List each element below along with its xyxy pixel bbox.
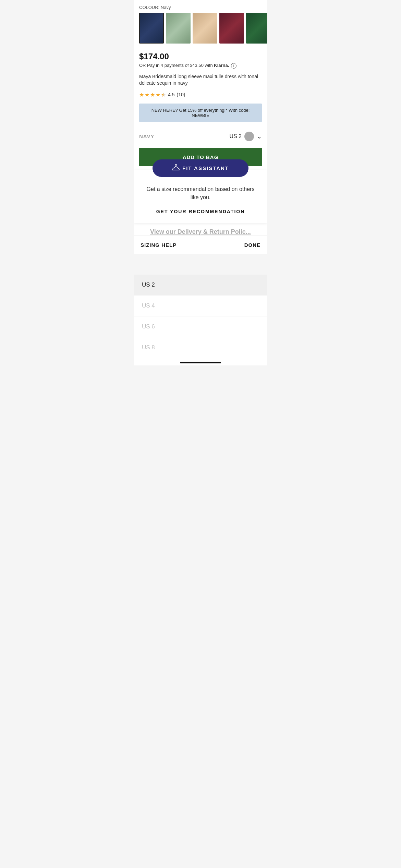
fit-assistant-card: Get a size recommendation based on other… (134, 170, 267, 223)
sizing-help-label: SIZING HELP (141, 242, 177, 248)
delivery-text[interactable]: View our Delivery & Return Polic... (134, 223, 267, 236)
star-rating[interactable]: ★ ★ ★ ★ ★★ (139, 92, 166, 98)
product-section: COLOUR: Navy $174.00 OR Pay in 4 payment… (134, 0, 267, 236)
product-price: $174.00 (139, 52, 262, 61)
size-option-us8[interactable]: US 8 (134, 337, 267, 358)
thumbnail-nude[interactable] (193, 13, 217, 44)
fit-assistant-wrapper: FIT ASSISTANT Get a size recommendation … (134, 166, 267, 223)
sizing-bottom-bar: SIZING HELP DONE (134, 236, 267, 254)
done-button[interactable]: DONE (244, 242, 260, 248)
fit-assistant-button[interactable]: FIT ASSISTANT (153, 159, 248, 177)
size-option-us2[interactable]: US 2 (134, 275, 267, 296)
color-swatch-label: NAVY (139, 133, 155, 139)
colour-label: COLOUR: Navy (134, 0, 267, 13)
size-selector[interactable]: US 2 ⌄ (229, 132, 262, 141)
fit-assistant-btn-wrapper: FIT ASSISTANT (134, 166, 267, 177)
size-picker-area: US 2 US 4 US 6 US 8 (134, 275, 267, 358)
chevron-down-icon: ⌄ (257, 133, 262, 140)
size-list: US 2 US 4 US 6 US 8 (134, 275, 267, 358)
home-indicator (134, 358, 267, 365)
star-1: ★ (139, 92, 144, 98)
klarna-line: OR Pay in 4 payments of $43.50 with Klar… (139, 63, 262, 69)
size-option-us6[interactable]: US 6 (134, 316, 267, 337)
get-recommendation-button[interactable]: GET YOUR RECOMMENDATION (156, 209, 245, 214)
fit-assistant-description: Get a size recommendation based on other… (142, 185, 259, 202)
hanger-icon (172, 164, 180, 172)
home-bar (180, 362, 221, 363)
star-2: ★ (145, 92, 149, 98)
color-swatch-circle (244, 132, 254, 141)
klarna-text: OR Pay in 4 payments of $43.50 with (139, 63, 213, 68)
thumbnail-burgundy[interactable] (219, 13, 244, 44)
rating-row: ★ ★ ★ ★ ★★ 4.5 (10) (134, 89, 267, 102)
colour-label-text: COLOUR: (139, 5, 159, 10)
klarna-brand: Klarna. (214, 63, 229, 68)
star-half: ★★ (161, 92, 166, 98)
rating-value: 4.5 (168, 92, 174, 97)
klarna-info-icon[interactable]: i (231, 63, 236, 69)
promo-banner[interactable]: NEW HERE? Get 15% off everything!* With … (139, 104, 262, 122)
thumbnail-navy[interactable] (139, 13, 164, 44)
star-4: ★ (156, 92, 160, 98)
size-row: NAVY US 2 ⌄ (134, 128, 267, 145)
thumbnail-sage[interactable] (166, 13, 191, 44)
size-option-us4[interactable]: US 4 (134, 296, 267, 316)
size-value: US 2 (229, 133, 242, 140)
thumbnail-row (134, 13, 267, 48)
colour-value: Navy (161, 5, 171, 10)
rating-count: (10) (177, 92, 185, 97)
fit-assistant-label: FIT ASSISTANT (182, 165, 229, 171)
star-3: ★ (150, 92, 155, 98)
thumbnail-green[interactable] (246, 13, 267, 44)
product-description: Maya Bridesmaid long sleeve maxi tulle d… (134, 70, 267, 89)
price-section: $174.00 OR Pay in 4 payments of $43.50 w… (134, 48, 267, 70)
